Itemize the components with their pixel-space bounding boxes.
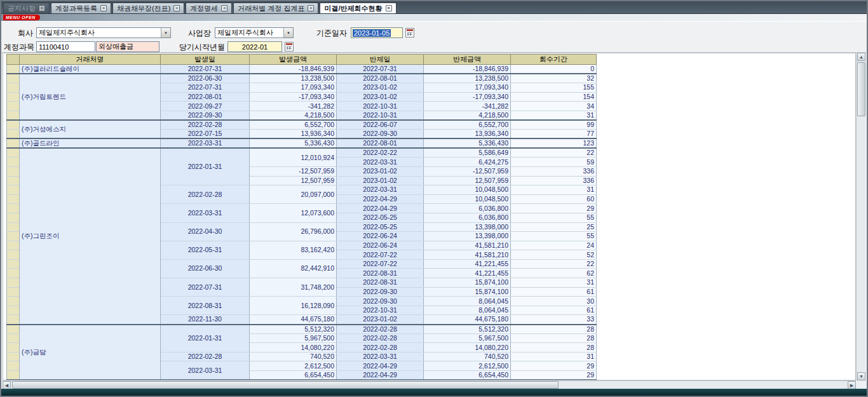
cell-sdate[interactable]: 2022-07-22 — [337, 259, 424, 269]
menu-open-button[interactable]: MENU OPEN — [3, 15, 40, 20]
cell-odate[interactable]: 2022-02-28 — [161, 120, 250, 130]
cell-sdate[interactable]: 2023-01-02 — [337, 166, 424, 176]
cell-samt[interactable]: 6,036,800 — [424, 204, 511, 213]
cell-cust[interactable]: (주)금담 — [20, 325, 161, 380]
cell-period[interactable]: 60 — [511, 194, 597, 204]
row-selector[interactable] — [7, 241, 20, 250]
cell-period[interactable]: 31 — [511, 278, 597, 288]
cell-samt[interactable]: -17,093,340 — [424, 92, 511, 102]
cell-sdate[interactable]: 2022-06-07 — [337, 120, 424, 130]
row-selector[interactable] — [7, 130, 20, 139]
grid-col-header-2[interactable]: 발생일 — [161, 55, 250, 65]
row-selector[interactable] — [7, 222, 20, 232]
row-selector[interactable] — [7, 361, 20, 371]
cell-odate[interactable]: 2022-08-01 — [161, 92, 250, 102]
tab-close-icon[interactable]: × — [221, 5, 227, 11]
cell-period[interactable]: 52 — [511, 250, 597, 260]
row-selector[interactable] — [7, 333, 20, 343]
cell-period[interactable]: 55 — [511, 232, 597, 241]
row-selector[interactable] — [7, 111, 20, 120]
cell-cust[interactable]: (주)그린조이 — [20, 148, 161, 324]
cell-samt[interactable]: -341,282 — [424, 102, 511, 111]
cell-oamt[interactable]: -17,093,340 — [250, 92, 337, 102]
row-selector[interactable] — [7, 148, 20, 158]
cell-samt[interactable]: 41,581,210 — [424, 250, 511, 260]
cell-period[interactable]: 77 — [511, 130, 597, 139]
cell-odate[interactable]: 2022-07-31 — [161, 65, 250, 74]
scroll-down-icon[interactable]: ▼ — [857, 372, 865, 380]
cell-period[interactable]: 0 — [511, 65, 597, 74]
row-selector[interactable] — [7, 185, 20, 195]
cell-samt[interactable]: 6,552,700 — [424, 120, 511, 130]
tab-close-icon[interactable]: × — [308, 5, 314, 11]
period-start-input[interactable]: 2022-01 — [227, 41, 282, 52]
cell-oamt[interactable]: -18,846,939 — [250, 65, 337, 74]
cell-period[interactable]: 29 — [511, 204, 597, 213]
cell-oamt[interactable]: 2,612,500 — [250, 361, 337, 371]
row-selector[interactable] — [7, 102, 20, 111]
vertical-scroll-thumb[interactable] — [857, 62, 865, 116]
row-selector[interactable] — [7, 315, 20, 325]
tab-1[interactable]: 공지사항× — [3, 3, 50, 13]
cell-samt[interactable]: 5,512,320 — [424, 325, 511, 334]
horizontal-scrollbar[interactable]: ◀ ▶ — [3, 380, 856, 389]
cell-sdate[interactable]: 2023-01-02 — [337, 176, 424, 185]
row-selector[interactable] — [7, 194, 20, 204]
row-selector[interactable] — [7, 371, 20, 380]
cell-oamt[interactable]: 17,093,340 — [250, 83, 337, 93]
cell-samt[interactable]: 6,654,450 — [424, 371, 511, 380]
cell-period[interactable]: 22 — [511, 148, 597, 158]
cell-odate[interactable]: 2022-02-28 — [161, 185, 250, 204]
cell-period[interactable]: 31 — [511, 352, 597, 361]
cell-sdate[interactable]: 2022-04-29 — [337, 204, 424, 213]
cell-odate[interactable]: 2022-06-30 — [161, 74, 250, 83]
cell-odate[interactable]: 2022-02-28 — [161, 352, 250, 361]
cell-period[interactable]: 123 — [511, 138, 597, 148]
cell-period[interactable]: 28 — [511, 343, 597, 353]
cell-samt[interactable]: 12,507,959 — [424, 176, 511, 185]
cell-period[interactable]: 55 — [511, 213, 597, 222]
cell-period[interactable]: 29 — [511, 361, 597, 371]
cell-period[interactable]: 99 — [511, 120, 597, 130]
cell-period[interactable]: 155 — [511, 83, 597, 93]
cell-sdate[interactable]: 2022-07-22 — [337, 250, 424, 260]
cell-period[interactable]: 62 — [511, 269, 597, 278]
row-selector[interactable] — [7, 297, 20, 306]
cell-oamt[interactable]: 5,967,500 — [250, 333, 337, 343]
calendar-icon[interactable] — [405, 28, 414, 37]
row-selector[interactable] — [7, 343, 20, 353]
row-selector[interactable] — [7, 92, 20, 102]
cell-sdate[interactable]: 2022-10-31 — [337, 306, 424, 315]
cell-sdate[interactable]: 2022-03-31 — [337, 352, 424, 361]
row-selector[interactable] — [7, 306, 20, 315]
cell-period[interactable]: 30 — [511, 297, 597, 306]
cell-odate[interactable]: 2022-06-30 — [161, 259, 250, 278]
cell-oamt[interactable]: 740,520 — [250, 352, 337, 361]
row-selector[interactable] — [7, 120, 20, 130]
row-selector[interactable] — [7, 232, 20, 241]
row-selector[interactable] — [7, 83, 20, 93]
cell-odate[interactable]: 2022-03-31 — [161, 204, 250, 222]
cell-sdate[interactable]: 2022-04-29 — [337, 361, 424, 371]
tab-6[interactable]: 미결/반제회수현황× — [320, 3, 396, 13]
grid-col-header-4[interactable]: 반제일 — [337, 55, 424, 65]
cell-oamt[interactable]: 12,507,959 — [250, 176, 337, 185]
cell-oamt[interactable]: 13,238,500 — [250, 74, 337, 83]
cell-oamt[interactable]: 83,162,420 — [250, 241, 337, 259]
cell-odate[interactable]: 2022-09-30 — [161, 111, 250, 120]
cell-sdate[interactable]: 2022-03-31 — [337, 158, 424, 167]
cell-period[interactable]: 31 — [511, 111, 597, 120]
tab-2[interactable]: 계정과목등록× — [51, 3, 111, 13]
cell-sdate[interactable]: 2022-05-25 — [337, 213, 424, 222]
cell-sdate[interactable]: 2022-10-31 — [337, 102, 424, 111]
cell-samt[interactable]: 10,048,500 — [424, 194, 511, 204]
chevron-down-icon[interactable]: ▼ — [283, 28, 293, 37]
cell-oamt[interactable]: -12,507,959 — [250, 166, 337, 176]
cell-oamt[interactable]: 14,080,220 — [250, 343, 337, 353]
cell-oamt[interactable]: 12,010,924 — [250, 148, 337, 166]
cell-samt[interactable]: 41,221,455 — [424, 269, 511, 278]
cell-sdate[interactable]: 2022-08-31 — [337, 278, 424, 288]
cell-sdate[interactable]: 2022-08-31 — [337, 269, 424, 278]
grid-col-header-5[interactable]: 반제금액 — [424, 55, 511, 65]
row-selector[interactable] — [7, 158, 20, 167]
